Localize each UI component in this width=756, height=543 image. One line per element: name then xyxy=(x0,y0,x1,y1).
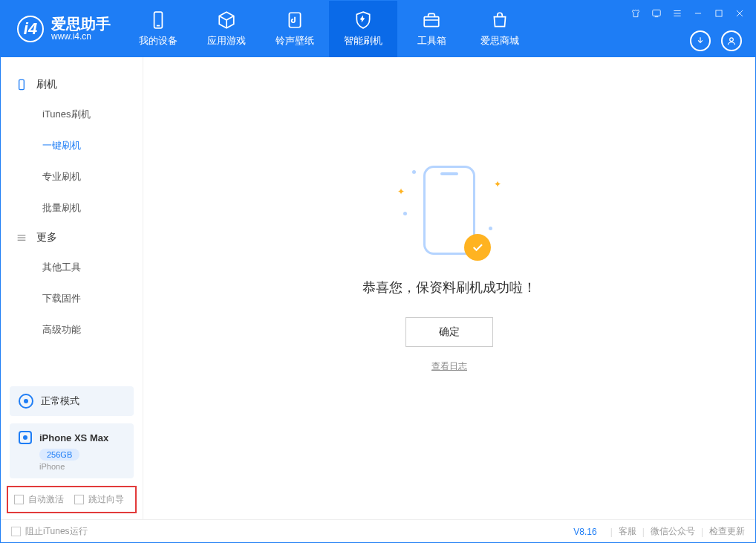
group-label: 刷机 xyxy=(36,78,57,91)
toolbox-icon xyxy=(422,10,441,30)
app-title: 爱思助手 xyxy=(51,16,111,32)
logo-area[interactable]: i4 爱思助手 www.i4.cn xyxy=(1,16,124,42)
menu-icon[interactable] xyxy=(672,8,682,19)
device-type: iPhone xyxy=(39,462,125,471)
dot-icon xyxy=(489,227,492,230)
divider: | xyxy=(642,527,645,537)
confirm-button[interactable]: 确定 xyxy=(405,317,493,347)
bag-icon xyxy=(490,10,509,30)
maximize-button[interactable] xyxy=(714,8,724,19)
dot-icon xyxy=(403,212,407,215)
options-row: 自动激活 跳过向导 xyxy=(7,486,137,513)
user-button[interactable] xyxy=(721,30,742,51)
minimize-button[interactable] xyxy=(693,8,703,19)
cube-icon xyxy=(217,10,236,30)
device-card[interactable]: iPhone XS Max 256GB iPhone xyxy=(10,423,134,478)
top-navbar: 我的设备 应用游戏 铃声壁纸 智能刷机 工具箱 爱思商城 xyxy=(124,1,534,57)
sidebar-group-flash[interactable]: 刷机 xyxy=(1,71,143,99)
sidebar-item-batch-flash[interactable]: 批量刷机 xyxy=(1,192,143,224)
nav-store[interactable]: 爱思商城 xyxy=(466,1,534,57)
skip-guide-checkbox[interactable]: 跳过向导 xyxy=(74,493,124,506)
divider: | xyxy=(610,527,613,537)
device-icon xyxy=(149,10,168,30)
wechat-link[interactable]: 微信公众号 xyxy=(651,525,695,538)
sidebar-item-itunes-flash[interactable]: iTunes刷机 xyxy=(1,99,143,130)
nav-toolbox[interactable]: 工具箱 xyxy=(397,1,466,57)
app-url: www.i4.cn xyxy=(51,32,111,42)
checkbox-label: 阻止iTunes运行 xyxy=(25,525,88,538)
device-icon xyxy=(19,431,32,444)
nav-label: 工具箱 xyxy=(417,34,446,48)
footer-bar: 阻止iTunes运行 V8.16 | 客服 | 微信公众号 | 检查更新 xyxy=(1,519,755,543)
success-illustration: ✦ ✦ xyxy=(390,160,509,264)
sidebar-item-download-firmware[interactable]: 下载固件 xyxy=(1,283,143,314)
sidebar-group-more[interactable]: 更多 xyxy=(1,224,143,252)
dot-icon xyxy=(412,170,416,174)
mode-icon xyxy=(19,394,33,409)
version-label: V8.16 xyxy=(573,527,596,537)
nav-label: 我的设备 xyxy=(139,34,177,48)
checkbox-icon xyxy=(14,495,24,504)
sidebar: 刷机 iTunes刷机 一键刷机 专业刷机 批量刷机 更多 其他工具 下载固件 … xyxy=(1,57,143,519)
success-message: 恭喜您，保资料刷机成功啦！ xyxy=(362,279,536,296)
shield-icon xyxy=(353,10,373,30)
feedback-icon[interactable] xyxy=(651,8,662,19)
nav-smart-flash[interactable]: 智能刷机 xyxy=(329,1,397,57)
sparkle-icon: ✦ xyxy=(397,186,405,197)
close-button[interactable] xyxy=(734,8,745,19)
mode-card[interactable]: 正常模式 xyxy=(10,386,134,416)
view-log-link[interactable]: 查看日志 xyxy=(431,360,467,373)
svg-point-4 xyxy=(730,38,734,42)
sparkle-icon: ✦ xyxy=(494,179,501,189)
checkbox-label: 跳过向导 xyxy=(88,493,124,506)
checkmark-badge-icon xyxy=(464,234,491,261)
block-itunes-checkbox[interactable]: 阻止iTunes运行 xyxy=(11,525,88,538)
nav-label: 应用游戏 xyxy=(207,34,246,48)
storage-badge: 256GB xyxy=(39,449,79,461)
checkbox-icon xyxy=(11,527,21,536)
check-update-link[interactable]: 检查更新 xyxy=(709,525,745,538)
music-icon xyxy=(285,10,304,30)
svg-rect-10 xyxy=(716,10,722,16)
main-content: ✦ ✦ 恭喜您，保资料刷机成功啦！ 确定 查看日志 xyxy=(143,57,755,519)
svg-rect-3 xyxy=(424,17,439,27)
device-name: iPhone XS Max xyxy=(39,432,108,443)
group-label: 更多 xyxy=(36,231,57,244)
tshirt-icon[interactable] xyxy=(630,8,641,19)
download-button[interactable] xyxy=(690,30,711,51)
logo-icon: i4 xyxy=(17,16,44,42)
sidebar-item-pro-flash[interactable]: 专业刷机 xyxy=(1,161,143,192)
checkbox-label: 自动激活 xyxy=(28,493,64,506)
header-right-buttons xyxy=(690,30,742,51)
sidebar-item-oneclick-flash[interactable]: 一键刷机 xyxy=(1,130,143,161)
nav-label: 铃声壁纸 xyxy=(276,34,314,48)
nav-apps-games[interactable]: 应用游戏 xyxy=(192,1,261,57)
svg-rect-5 xyxy=(653,10,661,16)
customer-service-link[interactable]: 客服 xyxy=(619,525,636,538)
svg-rect-13 xyxy=(19,79,25,89)
window-controls xyxy=(630,1,755,22)
header-bar: i4 爱思助手 www.i4.cn 我的设备 应用游戏 铃声壁纸 智能刷机 工具… xyxy=(1,1,755,57)
nav-label: 爱思商城 xyxy=(480,34,519,48)
nav-my-device[interactable]: 我的设备 xyxy=(124,1,192,57)
nav-ringtones[interactable]: 铃声壁纸 xyxy=(261,1,329,57)
list-icon xyxy=(16,232,27,244)
nav-label: 智能刷机 xyxy=(344,34,382,48)
phone-icon xyxy=(16,79,27,91)
mode-label: 正常模式 xyxy=(41,394,79,408)
divider: | xyxy=(701,527,703,537)
auto-activate-checkbox[interactable]: 自动激活 xyxy=(14,493,64,506)
sidebar-item-other-tools[interactable]: 其他工具 xyxy=(1,252,143,283)
checkbox-icon xyxy=(74,495,84,504)
sidebar-item-advanced[interactable]: 高级功能 xyxy=(1,314,143,345)
